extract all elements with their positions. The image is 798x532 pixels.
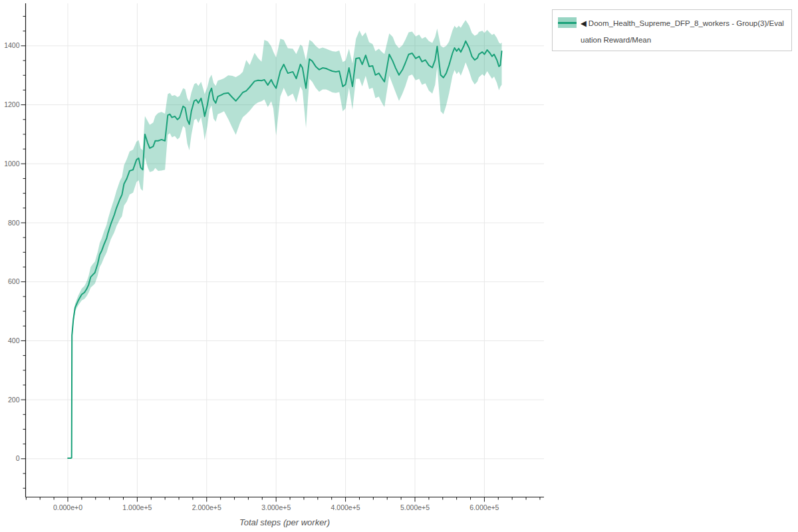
legend-line-icon [558, 22, 577, 24]
x-tick-label: 5.000e+5 [400, 503, 430, 511]
x-tick-label: 0.000e+0 [53, 503, 82, 511]
y-tick-label: 1200 [4, 100, 20, 108]
y-tick-label: 800 [8, 219, 20, 227]
y-tick-label: 1400 [4, 41, 20, 49]
collapse-triangle-icon: ◀ [581, 19, 587, 27]
legend[interactable]: ◀Doom_Health_Supreme_DFP_8_workers - Gro… [552, 9, 792, 51]
reward-chart[interactable]: 0.000e+01.000e+52.000e+53.000e+54.000e+5… [0, 0, 798, 532]
mean-line[interactable] [68, 41, 501, 458]
legend-swatch [558, 17, 577, 28]
y-tick-label: 200 [8, 396, 20, 404]
y-tick-label: 400 [8, 336, 20, 344]
confidence-band [68, 20, 501, 458]
x-tick-label: 3.000e+5 [261, 503, 291, 511]
y-tick-label: 1000 [4, 160, 20, 168]
y-tick-label: 600 [8, 277, 20, 285]
x-tick-label: 4.000e+5 [331, 503, 360, 511]
series-name: Doom_Health_Supreme_DFP_8_workers - Grou… [581, 19, 784, 44]
x-tick-label: 2.000e+5 [192, 503, 221, 511]
x-tick-label: 6.000e+5 [469, 503, 499, 511]
x-tick-label: 1.000e+5 [122, 503, 152, 511]
series-group [68, 20, 501, 458]
legend-item-label: ◀Doom_Health_Supreme_DFP_8_workers - Gro… [581, 15, 785, 49]
y-tick-label: 0 [16, 454, 20, 462]
x-axis-title: Total steps (per worker) [239, 517, 330, 527]
